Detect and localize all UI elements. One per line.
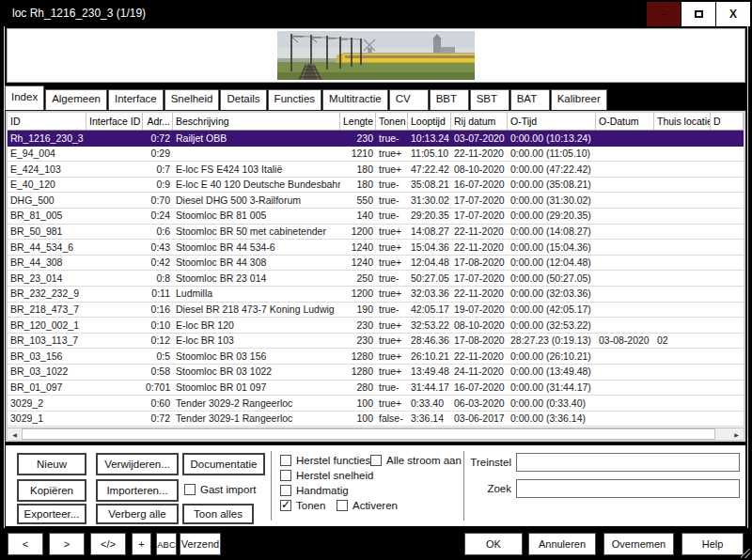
column-header-interface-id[interactable]: Interface ID [86, 113, 143, 130]
tab-bbt[interactable]: BBT [430, 89, 469, 111]
tab-algemeen[interactable]: Algemeen [45, 89, 107, 111]
nav-button-[interactable]: < [8, 533, 43, 555]
cell-tonen: true+ [376, 349, 408, 364]
cell-id: 3029_2 [8, 396, 86, 411]
tab-multitractie[interactable]: Multitractie [322, 89, 388, 111]
ok-button[interactable]: OK [464, 533, 523, 555]
table-row[interactable]: E_424_1030:7E-loc FS E424 103 Italië180t… [8, 162, 744, 178]
tab-cv[interactable]: CV [389, 89, 429, 111]
table-row[interactable]: BR_103_113_70:12E-loc BR 103230true+28:4… [8, 334, 744, 350]
tab-snelheid[interactable]: Snelheid [164, 89, 220, 111]
table-row[interactable]: BR_120_002_10:10E-loc BR 120230true+32:5… [8, 318, 744, 334]
nav-button-verzend[interactable]: Verzend [180, 533, 221, 555]
checkbox-box-activeren[interactable] [337, 500, 348, 511]
minimize-button[interactable]: – [646, 2, 681, 26]
cell-adr: 0:11 [143, 287, 173, 302]
tab-kalibreer[interactable]: Kalibreer [551, 89, 607, 111]
checkbox-box-herstel-functies[interactable] [280, 455, 291, 466]
tab-sbt[interactable]: SBT [470, 89, 509, 111]
tab-interface[interactable]: Interface [108, 89, 164, 111]
tab-index[interactable]: Index [5, 86, 44, 111]
tab-functies[interactable]: Functies [268, 89, 321, 111]
checkbox-activeren[interactable]: Activeren [337, 500, 398, 511]
verwijderen-button[interactable]: Verwijderen... [96, 453, 179, 475]
nav-button-[interactable]: > [49, 533, 85, 555]
verberg-alle-button[interactable]: Verberg alle [96, 504, 179, 524]
nav-button-abc[interactable]: ABC [156, 533, 177, 555]
table-row[interactable]: BR_81_0050:24Stoomloc BR 81 005140true-2… [8, 209, 744, 225]
column-header-id[interactable]: ID [8, 113, 86, 130]
checkbox-tonen[interactable]: Tonen [280, 500, 325, 511]
checkbox-box-alle-stroom-aan[interactable] [370, 455, 382, 466]
maximize-button[interactable] [681, 2, 715, 26]
scrollbar-thumb[interactable] [22, 428, 715, 440]
cell-id: BR_01_097 [8, 381, 86, 396]
checkbox-handmatig[interactable]: Handmatig [280, 485, 349, 496]
table-row[interactable]: BR_218_473_70:16Diesel BR 218 473-7 Koni… [8, 303, 744, 319]
table-row[interactable]: DHG_5000:70Diesel DHG 500 3-Railforum550… [8, 193, 744, 209]
treinstel-input[interactable] [516, 453, 740, 472]
scrollbar-track[interactable] [22, 428, 729, 440]
annuleren-button[interactable]: Annuleren [528, 533, 596, 555]
table-row[interactable]: Rh_1216_230_30:72Railjet OBB230true-10:1… [8, 131, 744, 147]
checkbox-box-tonen[interactable] [280, 500, 291, 511]
column-header-d[interactable]: D [711, 113, 744, 130]
help-button[interactable]: Help [682, 533, 744, 555]
table-row[interactable]: BR_44_534_60:43Stoomloc BR 44 534-61240t… [8, 240, 744, 256]
checkbox-herstel-snelheid[interactable]: Herstel snelheid [280, 470, 373, 481]
column-header-looptijd[interactable]: Looptijd [408, 113, 451, 130]
kopieren-button[interactable]: Kopiëren [17, 479, 86, 502]
table-row[interactable]: E_94_0040:291210true+11:05.1022-11-20200… [8, 147, 744, 163]
table-row[interactable]: BR_50_9810:6Stoomloc BR 50 met cabineten… [8, 225, 744, 241]
cell-thuis-locatie [654, 303, 711, 318]
checkbox-alle-stroom-aan[interactable]: Alle stroom aan [370, 455, 462, 466]
column-header-o-datum[interactable]: O-Datum [596, 113, 654, 130]
checkbox-herstel-functies[interactable]: Herstel functies [280, 455, 370, 466]
column-header-beschrijving[interactable]: Beschrijving [173, 113, 340, 130]
toon-alles-button[interactable]: Toon alles [182, 504, 254, 524]
column-header-adr[interactable]: Adr... [143, 113, 173, 130]
close-button[interactable]: X [715, 2, 750, 26]
column-header-rij-datum[interactable]: Rij datum [451, 113, 508, 130]
resize-grip[interactable] [741, 549, 750, 558]
scroll-left-arrow[interactable]: ◀ [8, 428, 22, 440]
titlebar[interactable]: loc Rh_1216_230_3 (1/19) – X [0, 0, 752, 26]
exporteer-button[interactable]: Exporteer... [17, 504, 86, 524]
table-row[interactable]: 3029_10:72Tender 3029-1 Rangeerloc100fal… [8, 412, 744, 428]
cell-tonen: true+ [376, 147, 408, 162]
table-row[interactable]: 3029_20:60Tender 3029-2 Rangeerloc100tru… [8, 396, 744, 412]
gast-import-checkbox[interactable]: Gast import [184, 484, 256, 495]
table-row[interactable]: E_40_1200:9E-loc E 40 120 Deutsche Bunde… [8, 178, 744, 194]
checkbox-box-herstel-snelheid[interactable] [280, 470, 291, 481]
nav-button-[interactable]: + [132, 533, 151, 555]
cell-rij-datum: 16-07-2020 [451, 178, 508, 193]
tab-bat[interactable]: BAT [510, 89, 550, 111]
divider [271, 451, 272, 521]
table-row[interactable]: BR_44_3080:42Stoomloc BR 44 3081240true+… [8, 256, 744, 272]
horizontal-scrollbar[interactable]: ◀ ▶ [8, 428, 744, 440]
nieuw-button[interactable]: Nieuw [17, 453, 86, 475]
column-header-lengte[interactable]: Lengte [340, 113, 376, 130]
table-row[interactable]: BR_03_10220:58Stoomloc BR 03 10221280tru… [8, 365, 744, 381]
zoek-input[interactable] [516, 479, 740, 498]
cell-beschrijving: Stoomloc BR 03 1022 [173, 365, 340, 380]
importeren-button[interactable]: Importeren... [96, 479, 179, 502]
tab-details[interactable]: Details [220, 89, 266, 111]
column-header-tonen[interactable]: Tonen [376, 113, 408, 130]
documentatie-button[interactable]: Documentatie [182, 453, 265, 475]
cell-beschrijving: Diesel BR 218 473-7 Koning Ludwig [173, 303, 340, 318]
table-row[interactable]: BR_23_0140:8Stoomloc BR 23 014250true-50… [8, 271, 744, 287]
overnemen-button[interactable]: Overnemen [603, 533, 674, 555]
cell-o-datum [596, 147, 654, 162]
gast-import-checkbox-box[interactable] [184, 484, 196, 495]
checkbox-box-handmatig[interactable] [280, 485, 291, 496]
scroll-right-arrow[interactable]: ▶ [729, 428, 744, 440]
cell-adr: 0:43 [143, 240, 173, 255]
column-header-thuis-locatie[interactable]: Thuis locatie [654, 113, 711, 130]
cell-looptijd: 11:05.10 [408, 147, 451, 162]
nav-button-[interactable]: </> [90, 533, 126, 555]
table-row[interactable]: BR_03_1560:5Stoomloc BR 03 1561280true+2… [8, 349, 744, 365]
table-row[interactable]: BR_232_232_90:11Ludmilla1200true+32:03.3… [8, 287, 744, 303]
column-header-o-tijd[interactable]: O-Tijd [508, 113, 596, 130]
table-row[interactable]: BR_01_0970:701Stoomloc BR 01 097280true-… [8, 381, 744, 397]
